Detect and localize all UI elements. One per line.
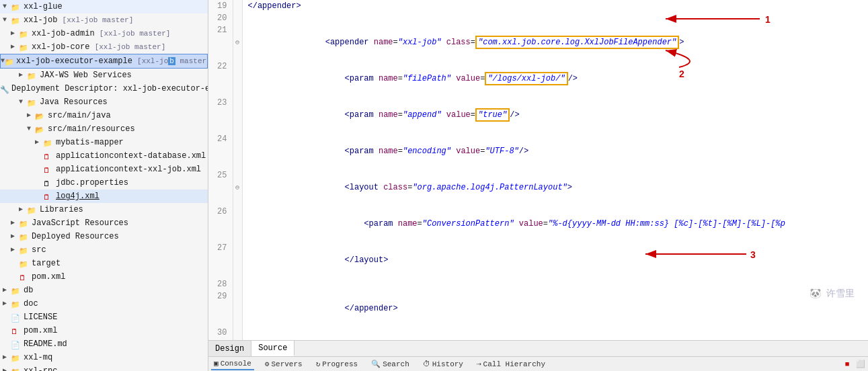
line-num-24: 24 (208, 133, 233, 169)
tree-item-xxl-mq[interactable]: 📁 xxl-mq (0, 351, 208, 364)
tab-design[interactable]: Design (208, 341, 251, 356)
folder-icon-doc: 📁 (11, 299, 22, 308)
tree-item-target[interactable]: 📁 target (0, 257, 208, 270)
tree-item-src-main-java[interactable]: 📂 src/main/java (0, 109, 208, 122)
arrow-libraries (19, 204, 27, 216)
tree-item-pom-1[interactable]: 🗒 pom.xml (0, 270, 208, 284)
fold-27 (233, 242, 242, 278)
label-pom-1: pom.xml (32, 271, 65, 283)
folder-icon-xxl-mq: 📁 (11, 353, 22, 362)
line-code-21: <appender name="xxl-job" class="com.xxl.… (242, 24, 868, 60)
xml-icon-appxxl: 🗒 (43, 165, 54, 174)
label-src: src (32, 244, 46, 256)
code-line-24: 24 <param name="encoding" value="UTF-8"/… (208, 133, 868, 169)
label-deployment-desc: Deployment Descriptor: xxl-job-executor-… (11, 83, 208, 95)
code-line-19: 19 </appender> (208, 0, 868, 12)
fold-29 (233, 290, 242, 327)
file-icon-readme: 📄 (11, 339, 22, 349)
console-tab-servers[interactable]: ⚙ Servers (262, 358, 305, 370)
code-line-22: 22 <param name="filePath" value="/logs/x… (208, 60, 868, 97)
tree-item-xxl-job[interactable]: 📁 xxl-job [xxl-job master] (0, 13, 208, 27)
tree-item-src-main-resources[interactable]: 📂 src/main/resources (0, 122, 208, 136)
tree-item-pom-2[interactable]: 🗒 pom.xml (0, 324, 208, 337)
arrow-xxl-mq (3, 352, 11, 364)
folder-icon-js: 📁 (19, 218, 30, 228)
label-xxl-job-executor: xxl-job-executor-example [xxl-job master… (16, 55, 208, 67)
tree-item-xxl-job-admin[interactable]: 📁 xxl-job-admin [xxl-job master] (0, 27, 208, 40)
code-line-21: 21 ⊖ <appender name="xxl-job" class="com… (208, 24, 868, 60)
tree-item-java-resources[interactable]: 📁 Java Resources (0, 95, 208, 109)
console-icon-console: ▣ (214, 359, 219, 368)
tree-item-jax-ws[interactable]: 📁 JAX-WS Web Services (0, 69, 208, 82)
label-target: target (32, 257, 61, 270)
tree-item-js-resources[interactable]: 📁 JavaScript Resources (0, 216, 208, 230)
console-btn-stop[interactable]: ■ (842, 360, 852, 369)
line-code-27: </layout> (242, 242, 868, 278)
tree-item-deployment-desc[interactable]: 🔧 Deployment Descriptor: xxl-job-executo… (0, 82, 208, 95)
tree-item-xxl-job-executor-example[interactable]: 📁 xxl-job-executor-example [xxl-job mast… (0, 54, 208, 69)
tree-item-db[interactable]: 📁 db (0, 284, 208, 297)
code-line-30: 30 ⊖ <root> (208, 327, 868, 340)
tree-item-xxl-rpc[interactable]: 📁 xxl-rpc (0, 364, 208, 371)
prop-icon-jdbc: 🗒 (43, 178, 54, 188)
code-content[interactable]: 19 </appender> 20 21 (208, 0, 868, 340)
console-tab-progress[interactable]: ↻ Progress (313, 358, 360, 370)
line-code-23: <param name="append" value="true"/> (242, 97, 868, 133)
folder-icon-executor: 📁 (5, 56, 14, 66)
tree-item-appcontext-xxl[interactable]: 🗒 applicationcontext-xxl-job.xml (0, 163, 208, 176)
tree-item-appcontext-db[interactable]: 🗒 applicationcontext-database.xml (0, 149, 208, 163)
arrow-doc (3, 298, 11, 310)
line-num-29: 29 (208, 290, 233, 327)
code-line-20: 20 (208, 12, 868, 24)
label-readme: README.md (24, 338, 67, 350)
xml-icon-appdb: 🗒 (43, 151, 54, 161)
console-icon-callhierarchy: ⇢ (477, 360, 481, 368)
label-src-main-resources: src/main/resources (48, 123, 135, 135)
file-icon-license: 📄 (11, 313, 22, 322)
console-tab-label-console: Console (221, 360, 251, 368)
tree-item-log4j[interactable]: 🗒 log4j.xml (0, 190, 208, 203)
tree-item-license[interactable]: 📄 LICENSE (0, 311, 208, 324)
tree-item-mybatis[interactable]: 📁 mybatis-mapper (0, 136, 208, 149)
folder-icon-jax: 📁 (27, 71, 38, 80)
line-num-28: 28 (208, 278, 233, 290)
label-db: db (24, 284, 33, 296)
label-src-main-java: src/main/java (48, 110, 111, 122)
arrow-src-res (27, 123, 35, 135)
label-deployed-resources: Deployed Resources (32, 231, 119, 243)
line-code-30: <root> (242, 327, 868, 340)
label-log4j: log4j.xml (56, 190, 100, 202)
folder-icon-java-res: 📁 (27, 97, 38, 107)
label-xxl-job: xxl-job [xxl-job master] (24, 14, 133, 26)
folder-icon-src: 📁 (19, 245, 30, 255)
console-btn-minimize[interactable]: ⬜ (856, 360, 865, 369)
arrow-db (3, 284, 11, 296)
tree-item-src[interactable]: 📁 src (0, 243, 208, 257)
file-tree: 📁 xxl-glue 📁 xxl-job [xxl-job master] 📁 … (0, 0, 208, 371)
fold-20 (233, 12, 242, 24)
label-libraries: Libraries (40, 204, 83, 216)
tree-item-doc[interactable]: 📁 doc (0, 297, 208, 311)
tree-item-readme[interactable]: 📄 README.md (0, 337, 208, 351)
tree-item-deployed-resources[interactable]: 📁 Deployed Resources (0, 230, 208, 243)
fold-23 (233, 97, 242, 133)
fold-26 (233, 206, 242, 242)
tree-item-xxl-glue[interactable]: 📁 xxl-glue (0, 0, 208, 13)
label-pom-2: pom.xml (24, 325, 57, 337)
tree-item-xxl-job-core[interactable]: 📁 xxl-job-core [xxl-job master] (0, 40, 208, 54)
folder-icon-mybatis: 📁 (43, 138, 54, 147)
console-tab-console[interactable]: ▣ Console (211, 358, 254, 370)
code-line-25: 25 ⊖ <layout class="org.apache.log4j.Pat… (208, 169, 868, 206)
tree-item-libraries[interactable]: 📁 Libraries (0, 203, 208, 216)
tab-source[interactable]: Source (251, 341, 294, 356)
line-num-25: 25 (208, 169, 233, 206)
console-tab-search[interactable]: 🔍 Search (368, 358, 412, 370)
line-code-22: <param name="filePath" value="/logs/xxl-… (242, 60, 868, 97)
console-tab-callhierarchy[interactable]: ⇢ Call Hierarchy (474, 358, 548, 370)
console-tab-history[interactable]: ⏱ History (420, 358, 466, 370)
arrow-xxl-job-admin (11, 28, 19, 40)
tree-item-jdbc-props[interactable]: 🗒 jdbc.properties (0, 176, 208, 190)
code-line-23: 23 <param name="append" value="true"/> (208, 97, 868, 133)
label-xxl-job-core: xxl-job-core [xxl-job master] (32, 41, 165, 53)
xml-icon-pom1: 🗒 (19, 272, 30, 282)
